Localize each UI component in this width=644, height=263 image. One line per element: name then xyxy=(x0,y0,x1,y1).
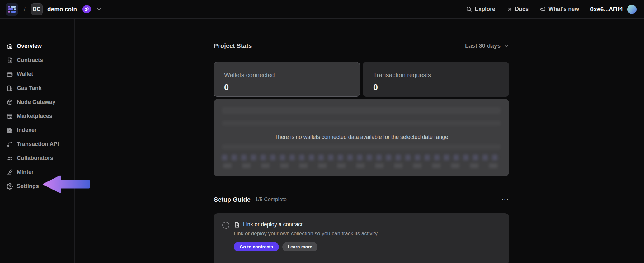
sidebar-item-collaborators[interactable]: Collaborators xyxy=(0,151,74,165)
fuel-pump-icon xyxy=(7,85,13,92)
team-badge[interactable]: DC xyxy=(31,3,43,15)
sidebar-label: Overview xyxy=(17,43,42,49)
chart-skeleton-bars xyxy=(222,155,501,160)
sidebar-item-contracts[interactable]: Contracts xyxy=(0,53,74,67)
megaphone-icon xyxy=(540,6,546,12)
nav-docs-label: Docs xyxy=(515,6,529,12)
sidebar-item-overview[interactable]: Overview xyxy=(0,39,74,53)
sidebar-label: Settings xyxy=(17,183,39,190)
learn-more-button[interactable]: Learn more xyxy=(282,242,317,251)
overflow-menu-icon[interactable]: ⋯ xyxy=(501,198,509,201)
account-avatar[interactable] xyxy=(627,5,637,14)
chart-skeleton-tick-labels xyxy=(223,163,500,168)
chevron-down-icon[interactable] xyxy=(96,7,102,12)
nav-whats-new[interactable]: What's new xyxy=(540,6,579,12)
sidebar-label: Contracts xyxy=(17,57,43,63)
settings-pointer-arrow xyxy=(43,175,90,195)
date-range-value: Last 30 days xyxy=(465,42,501,49)
gear-icon xyxy=(7,183,13,190)
sidebar-item-transaction-api[interactable]: Transaction API xyxy=(0,137,74,151)
sidebar-label: Indexer xyxy=(17,127,37,134)
route-icon xyxy=(7,141,13,148)
stat-label: Wallets connected xyxy=(224,72,350,79)
sidebar-item-marketplaces[interactable]: Marketplaces xyxy=(0,109,74,123)
setup-step-description: Link or deploy your own collection so yo… xyxy=(234,231,378,237)
chart-skeleton-band xyxy=(222,121,501,126)
sidebar-label: Node Gateway xyxy=(17,99,55,106)
storefront-icon xyxy=(7,113,13,120)
stat-card-transaction-requests[interactable]: Transaction requests 0 xyxy=(363,62,509,97)
app-logo-icon[interactable] xyxy=(6,3,18,16)
chart-empty-message: There is no wallets connected data avail… xyxy=(214,134,509,140)
sidebar-label: Transaction API xyxy=(17,141,59,148)
project-name[interactable]: demo coin xyxy=(47,6,77,13)
topbar: / DC demo coin Explore Docs What's new 0… xyxy=(0,0,644,19)
sidebar-label: Marketplaces xyxy=(17,113,52,120)
nav-explore-label: Explore xyxy=(475,6,495,12)
wallet-address[interactable]: 0xe6...ABf4 xyxy=(590,6,623,13)
stat-label: Transaction requests xyxy=(373,72,499,79)
cube-icon xyxy=(7,99,13,106)
contract-icon xyxy=(7,57,13,63)
chart-skeleton-band xyxy=(222,144,501,149)
search-icon xyxy=(466,6,472,12)
sidebar-label: Wallet xyxy=(17,71,33,77)
setup-guide-card: Link or deploy a contract Link or deploy… xyxy=(214,213,509,263)
sidebar-label: Collaborators xyxy=(17,155,53,162)
setup-guide-title: Setup Guide xyxy=(214,196,251,203)
setup-step-title: Link or deploy a contract xyxy=(243,221,303,228)
chart-skeleton-band xyxy=(222,107,501,114)
main-content: Project Stats Last 30 days Wallets conne… xyxy=(75,19,644,263)
stats-chart-empty-state: There is no wallets connected data avail… xyxy=(214,99,509,176)
step-incomplete-circle-icon xyxy=(222,222,229,229)
sidebar-item-wallet[interactable]: Wallet xyxy=(0,67,74,81)
arrow-up-right-icon xyxy=(506,7,512,12)
people-icon xyxy=(7,155,13,162)
chevron-down-icon xyxy=(504,43,509,49)
stat-card-wallets-connected[interactable]: Wallets connected 0 xyxy=(214,62,360,97)
grid-icon xyxy=(7,127,13,134)
date-range-select[interactable]: Last 30 days xyxy=(465,42,509,49)
project-stats-title: Project Stats xyxy=(214,42,252,49)
setup-guide-progress: 1/5 Complete xyxy=(255,196,287,203)
nav-explore[interactable]: Explore xyxy=(466,6,495,12)
stat-value: 0 xyxy=(224,83,350,92)
sidebar-item-indexer[interactable]: Indexer xyxy=(0,123,74,137)
breadcrumb-separator: / xyxy=(24,6,26,12)
sidebar-item-node-gateway[interactable]: Node Gateway xyxy=(0,95,74,109)
contract-icon xyxy=(234,222,240,228)
stat-value: 0 xyxy=(373,83,499,92)
home-icon xyxy=(7,43,13,49)
sidebar-item-gas-tank[interactable]: Gas Tank xyxy=(0,81,74,95)
sidebar-label: Gas Tank xyxy=(17,85,42,92)
sidebar-label: Minter xyxy=(17,169,34,176)
nav-whats-new-label: What's new xyxy=(548,6,579,12)
go-to-contracts-button[interactable]: Go to contracts xyxy=(234,242,279,251)
gavel-icon xyxy=(7,169,13,176)
nav-docs[interactable]: Docs xyxy=(506,6,529,12)
wallet-icon xyxy=(7,71,13,77)
loop-badge-icon[interactable] xyxy=(82,5,91,13)
sidebar: Overview Contracts Wallet Gas Tank Node … xyxy=(0,19,75,263)
